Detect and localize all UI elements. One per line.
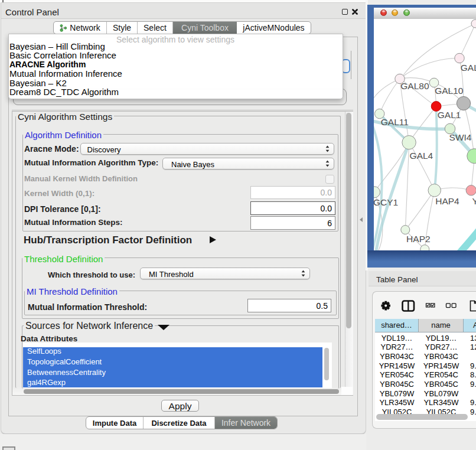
svg-text:GAL11: GAL11 <box>381 117 409 127</box>
svg-text:GAL4: GAL4 <box>410 151 433 161</box>
svg-text:GAL10: GAL10 <box>435 86 464 96</box>
svg-text:GAL7: GAL7 <box>461 63 476 73</box>
svg-text:HAP2: HAP2 <box>406 234 431 244</box>
svg-text:GAL80: GAL80 <box>400 81 429 91</box>
svg-text:YJL2: YJL2 <box>472 196 476 206</box>
svg-text:HAP4: HAP4 <box>435 196 459 206</box>
svg-text:GCY1: GCY1 <box>374 197 398 207</box>
svg-text:GAL1: GAL1 <box>438 110 461 120</box>
svg-text:SWI4: SWI4 <box>449 132 472 142</box>
